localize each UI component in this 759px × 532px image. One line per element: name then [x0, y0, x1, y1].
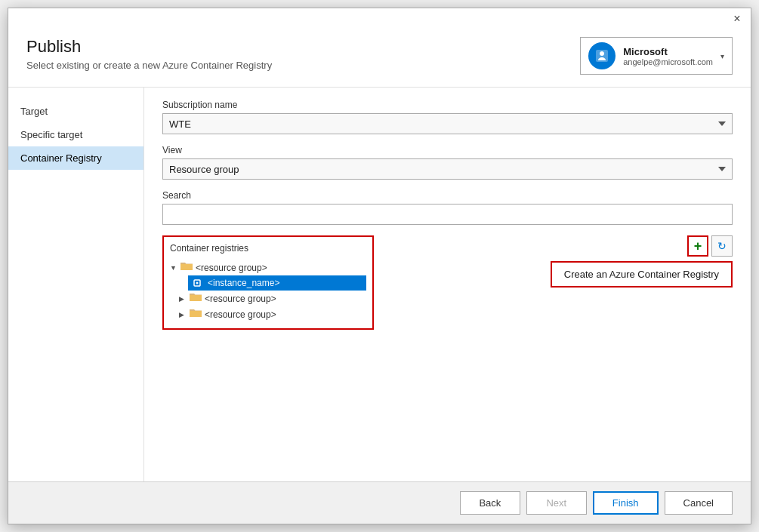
- dialog-title: Publish: [26, 37, 272, 57]
- subscription-select[interactable]: WTE: [162, 113, 733, 134]
- back-button[interactable]: Back: [460, 491, 520, 515]
- tree-group-1[interactable]: ▼ <resource group>: [170, 260, 366, 275]
- plus-icon: +: [694, 238, 702, 254]
- view-label: View: [162, 145, 733, 155]
- instance-label: <instance_name>: [208, 278, 279, 288]
- publish-dialog: × Publish Select existing or create a ne…: [8, 8, 751, 524]
- view-select[interactable]: Resource group: [162, 158, 733, 180]
- tree-instance-selected[interactable]: <instance_name>: [188, 275, 366, 291]
- group3-label: <resource group>: [205, 309, 276, 320]
- chevron-down-icon: ▾: [720, 52, 724, 60]
- container-registries-box: Container registries ▼ <resource group>: [162, 235, 374, 330]
- dialog-header: Publish Select existing or create a new …: [8, 29, 751, 88]
- group1-label: <resource group>: [196, 263, 267, 273]
- next-button[interactable]: Next: [526, 491, 587, 515]
- refresh-button[interactable]: ↻: [711, 235, 733, 257]
- chevron-down-icon: ▼: [170, 264, 177, 272]
- tree-group-2[interactable]: ▶ <resource group>: [179, 291, 366, 306]
- dialog-subtitle: Select existing or create a new Azure Co…: [26, 60, 272, 71]
- account-info: Microsoft angelpe@microsoft.com: [623, 46, 713, 66]
- account-box[interactable]: Microsoft angelpe@microsoft.com ▾: [580, 37, 733, 75]
- dialog-footer: Back Next Finish Cancel: [8, 481, 751, 524]
- header-left: Publish Select existing or create a new …: [26, 37, 272, 71]
- create-registry-tooltip[interactable]: Create an Azure Container Registry: [551, 261, 733, 288]
- sidebar-item-target[interactable]: Target: [8, 100, 143, 123]
- refresh-icon: ↻: [717, 240, 727, 252]
- dialog-body: Target Specific target Container Registr…: [8, 88, 751, 481]
- tree-group-3[interactable]: ▶ <resource group>: [179, 306, 366, 322]
- right-panel: + ↻ Create an Azure Container Registry: [383, 235, 733, 330]
- main-content: Subscription name WTE View Resource grou…: [144, 88, 751, 481]
- folder-icon: [180, 261, 193, 274]
- account-name: Microsoft: [623, 46, 713, 57]
- action-buttons: + ↻: [687, 235, 733, 257]
- sidebar: Target Specific target Container Registr…: [8, 88, 144, 481]
- folder-icon-3: [190, 308, 202, 321]
- svg-point-2: [196, 282, 199, 284]
- search-group: Search: [162, 190, 733, 225]
- group2-label: <resource group>: [205, 294, 276, 304]
- view-group: View Resource group: [162, 145, 733, 180]
- account-email: angelpe@microsoft.com: [623, 57, 713, 66]
- title-bar: ×: [8, 8, 751, 29]
- cancel-button[interactable]: Cancel: [665, 491, 733, 515]
- instance-icon: [191, 277, 203, 289]
- chevron-right-icon: ▶: [179, 295, 187, 303]
- registry-area: Container registries ▼ <resource group>: [162, 235, 733, 330]
- sidebar-item-container-registry[interactable]: Container Registry: [8, 146, 143, 170]
- container-registries-title: Container registries: [170, 243, 366, 254]
- subscription-label: Subscription name: [162, 100, 733, 110]
- finish-button[interactable]: Finish: [593, 491, 659, 515]
- close-button[interactable]: ×: [730, 11, 745, 26]
- add-registry-button[interactable]: +: [687, 235, 708, 257]
- folder-icon-2: [190, 292, 202, 305]
- search-input[interactable]: [162, 204, 733, 225]
- sidebar-item-specific-target[interactable]: Specific target: [8, 123, 143, 146]
- chevron-right-icon-2: ▶: [179, 311, 187, 318]
- avatar: [588, 42, 616, 69]
- subscription-group: Subscription name WTE: [162, 100, 733, 134]
- search-label: Search: [162, 190, 733, 201]
